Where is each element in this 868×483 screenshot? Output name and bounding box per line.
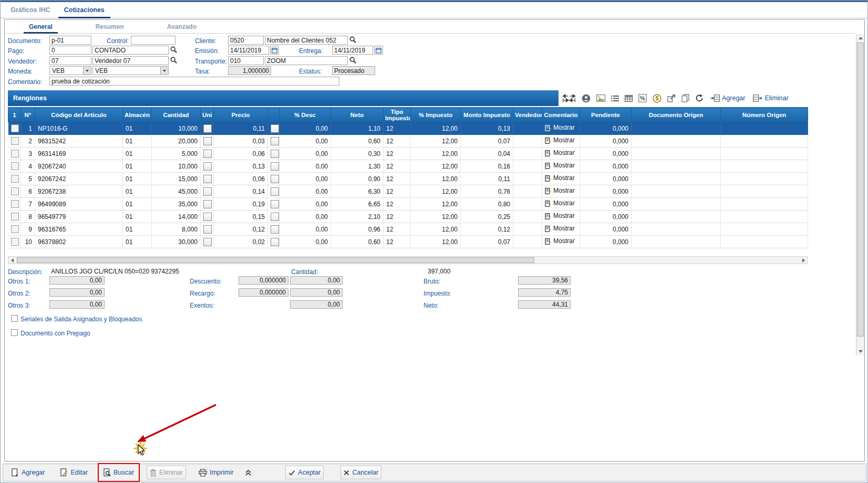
mostrar-link[interactable]: Mostrar (545, 200, 575, 207)
col-header-desc[interactable]: % Desc (280, 108, 331, 122)
tab-general[interactable]: General (23, 20, 59, 33)
imprimir-button[interactable]: Imprimir (195, 466, 236, 479)
scroll-up-icon[interactable] (856, 34, 864, 42)
col-header-cantidad[interactable]: Cantidad (152, 108, 201, 122)
tab-graficos-ihc[interactable]: Gráficos IHC (4, 2, 57, 18)
mostrar-link[interactable]: Mostrar (545, 225, 575, 232)
precio-lookup-button[interactable] (271, 187, 279, 196)
mostrar-link[interactable]: Mostrar (545, 212, 575, 219)
uni-lookup-button[interactable] (203, 187, 212, 196)
row-checkbox[interactable] (11, 162, 19, 170)
mostrar-link[interactable]: Mostrar (545, 162, 575, 169)
precio-lookup-button[interactable] (271, 225, 279, 234)
grid-row[interactable]: 5 92067242 01 15,000 0,06 0,00 0,90 12 1… (8, 173, 808, 185)
panel-vertical-scrollbar[interactable] (856, 34, 864, 355)
grid-row[interactable]: 4 92067240 01 10,000 0,13 0,00 1,30 12 1… (8, 160, 808, 173)
row-checkbox[interactable] (11, 187, 19, 195)
comentario-cell[interactable]: Mostrar (542, 122, 580, 135)
currency-icon[interactable]: $ (652, 93, 662, 103)
col-header-neto[interactable]: Neto (331, 108, 384, 122)
precio-lookup-button[interactable] (271, 213, 279, 221)
vertical-scroll-thumb[interactable] (857, 43, 864, 337)
mostrar-link[interactable]: Mostrar (545, 237, 575, 245)
comentario-input[interactable] (49, 77, 339, 86)
editar-button[interactable]: Editar (57, 466, 91, 479)
grid-row[interactable]: 6 92067238 01 45,000 0,14 0,00 6,30 12 1… (8, 185, 808, 198)
uni-lookup-button[interactable] (203, 213, 212, 221)
uni-lookup-button[interactable] (203, 137, 212, 145)
vendedor-nombre-input[interactable] (92, 56, 169, 65)
copy-document-icon[interactable] (681, 93, 690, 103)
prepago-checkbox[interactable] (11, 329, 18, 336)
row-checkbox[interactable] (11, 225, 19, 233)
row-checkbox[interactable] (11, 213, 19, 220)
tab-cotizaciones[interactable]: Cotizaciones (57, 2, 111, 18)
seriales-checkbox[interactable] (11, 315, 18, 322)
percent-icon[interactable]: % (638, 93, 647, 103)
comentario-cell[interactable]: Mostrar (542, 185, 580, 198)
precio-lookup-button[interactable] (271, 124, 279, 133)
uni-lookup-button[interactable] (203, 225, 212, 234)
mostrar-link[interactable]: Mostrar (545, 174, 575, 182)
user-icon[interactable] (581, 93, 591, 103)
vendedor-codigo-input[interactable] (49, 56, 91, 65)
scroll-right-icon[interactable] (800, 257, 807, 264)
cancelar-button[interactable]: Cancelar (340, 466, 381, 479)
precio-lookup-button[interactable] (271, 137, 279, 145)
cliente-search-icon[interactable] (349, 36, 356, 43)
grid-row[interactable]: 9 96316765 01 8,000 0,12 0,00 0,96 12 12… (8, 223, 808, 236)
comentario-cell[interactable]: Mostrar (542, 198, 580, 211)
uni-lookup-button[interactable] (203, 162, 212, 171)
grid-row[interactable]: 3 96314169 01 5,000 0,06 0,00 0,30 12 12… (8, 148, 808, 160)
pago-codigo-input[interactable] (49, 46, 91, 55)
aceptar-button[interactable]: Aceptar (285, 466, 324, 479)
grid-row[interactable]: 7 96499089 01 35,000 0,19 0,00 6,65 12 1… (8, 198, 808, 211)
col-header-tipo-impuesto[interactable]: Tipo Impuesto (384, 108, 411, 122)
comentario-cell[interactable]: Mostrar (542, 160, 580, 173)
row-checkbox[interactable] (11, 175, 19, 183)
col-header-num-origen[interactable]: Número Origen (721, 108, 808, 122)
column-nav-icon[interactable] (562, 93, 576, 103)
col-header-codigo[interactable]: Código del Artículo (35, 108, 123, 122)
grid-row[interactable]: 10 96378802 01 30,000 0,02 0,00 0,60 12 … (8, 236, 808, 248)
col-header-doc-origen[interactable]: Documento Origen (632, 108, 721, 122)
emision-calendar-button[interactable] (270, 46, 279, 55)
transporte-search-icon[interactable] (349, 57, 356, 64)
col-header-vendedor[interactable]: Vendedor (513, 108, 542, 122)
row-checkbox[interactable] (11, 124, 19, 132)
scroll-down-icon[interactable] (856, 348, 864, 355)
documento-input[interactable] (49, 36, 91, 45)
entrega-input[interactable] (332, 46, 373, 55)
list-icon[interactable] (611, 94, 619, 102)
col-header-n[interactable]: N° (21, 108, 35, 122)
emision-input[interactable] (228, 46, 269, 55)
comentario-cell[interactable]: Mostrar (542, 211, 580, 223)
cliente-codigo-input[interactable] (228, 36, 264, 45)
uni-lookup-button[interactable] (203, 200, 212, 208)
mostrar-link[interactable]: Mostrar (545, 149, 575, 156)
comentario-cell[interactable]: Mostrar (542, 173, 580, 185)
grid-horizontal-scrollbar[interactable] (8, 256, 808, 264)
image-icon[interactable] (596, 94, 606, 102)
col-header-comentario[interactable]: Comentario (542, 108, 580, 122)
control-input[interactable] (131, 36, 175, 45)
refresh-icon[interactable] (695, 93, 704, 103)
precio-lookup-button[interactable] (271, 150, 279, 158)
grid-eliminar-button[interactable]: Eliminar (751, 94, 790, 102)
horizontal-scroll-thumb[interactable] (17, 257, 534, 263)
comentario-cell[interactable]: Mostrar (542, 236, 580, 248)
cliente-nombre-input[interactable] (265, 36, 348, 45)
mostrar-link[interactable]: Mostrar (545, 124, 575, 131)
uni-lookup-button[interactable] (203, 124, 212, 133)
collapse-toolbar-button[interactable] (242, 466, 255, 479)
col-header-pct-impuesto[interactable]: % Impuesto (411, 108, 461, 122)
entrega-calendar-button[interactable] (374, 46, 383, 55)
buscar-button[interactable]: Buscar (100, 466, 137, 479)
row-checkbox[interactable] (11, 200, 19, 208)
export-icon[interactable] (667, 93, 676, 103)
mostrar-link[interactable]: Mostrar (545, 187, 575, 194)
comentario-cell[interactable]: Mostrar (542, 223, 580, 236)
col-header-precio[interactable]: Precio (214, 108, 268, 122)
comentario-cell[interactable]: Mostrar (542, 135, 580, 148)
precio-lookup-button[interactable] (271, 162, 279, 171)
